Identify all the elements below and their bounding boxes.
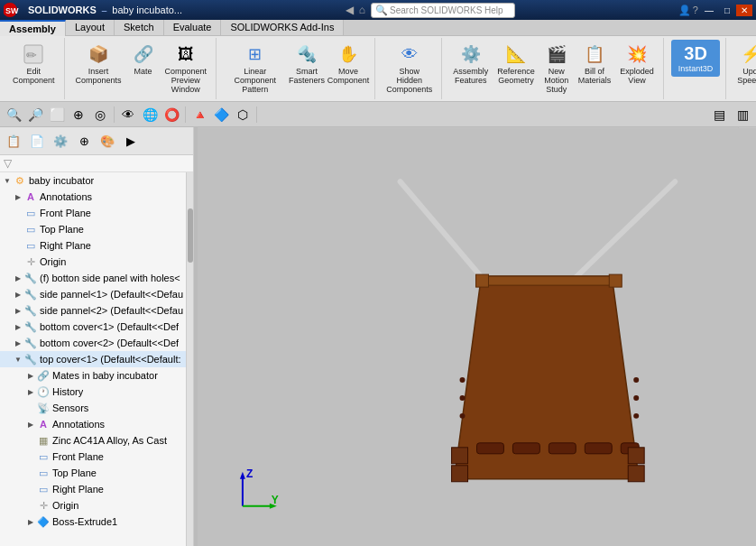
apply-scene-icon[interactable]: 🔺	[189, 105, 209, 125]
tree-mates-expand[interactable]: ▶	[25, 370, 36, 381]
svg-rect-16	[628, 466, 644, 482]
scrollbar-thumb[interactable]	[188, 208, 193, 263]
tree-bottom-cover1[interactable]: ▶ 🔧 bottom cover<1> (Default<<Def	[0, 319, 186, 335]
property-manager-btn[interactable]: 📄	[26, 130, 48, 152]
tree-side-panel2[interactable]: ▶ 🔧 side pannel<2> (Default<<Defau	[0, 302, 186, 319]
tree-front-plane[interactable]: ▭ Front Plane	[0, 205, 186, 221]
edit-component-icon: ✏	[21, 42, 46, 67]
move-component-btn[interactable]: ✋ MoveComponent	[327, 40, 370, 96]
edit-component-btn[interactable]: ✏ EditComponent	[9, 40, 59, 87]
maximize-button[interactable]: □	[720, 5, 734, 16]
home-icon[interactable]: ⌂	[359, 4, 365, 16]
new-motion-study-btn[interactable]: 🎬 NewMotionStudy	[540, 40, 573, 96]
tree-history-expand[interactable]: ▶	[25, 386, 36, 397]
question-icon[interactable]: ?	[693, 5, 698, 15]
viewport-minimize-icon[interactable]: ▤	[709, 105, 729, 125]
dim-expert-btn[interactable]: ⊕	[73, 130, 95, 152]
tree-right-plane[interactable]: ▭ Right Plane	[0, 237, 186, 254]
bill-of-materials-btn[interactable]: 📋 Bill ofMaterials	[575, 40, 615, 96]
tree-root-icon: ⚙	[13, 173, 27, 188]
tree-history[interactable]: ▶ 🕐 History	[0, 384, 186, 400]
tree-zinc-material[interactable]: ▦ Zinc AC41A Alloy, As Cast	[0, 432, 186, 449]
tree-top-cover1-expand[interactable]: ▼	[13, 354, 23, 365]
tree-sub-annotations[interactable]: ▶ A Annotations	[0, 416, 186, 432]
tree-sub-right-plane-icon: ▭	[36, 482, 51, 496]
instant3d-btn[interactable]: 3D Instant3D	[671, 40, 721, 77]
viewport-split-icon[interactable]: ▥	[733, 105, 752, 125]
tab-evaluate[interactable]: Evaluate	[164, 20, 222, 35]
svg-point-23	[633, 377, 639, 383]
tree-bottom-side-expand[interactable]: ▶	[13, 273, 23, 283]
tree-top-plane-label: Top Plane	[40, 224, 84, 235]
display-style-icon[interactable]: 🌐	[140, 105, 160, 125]
view-setting-icon[interactable]: 🔷	[211, 105, 231, 125]
tree-annotations-expand[interactable]: ▶	[13, 191, 23, 202]
panel-expand-btn[interactable]: ▶	[120, 130, 142, 152]
tree-side-panel1-expand[interactable]: ▶	[13, 289, 23, 300]
tree-side-panel2-expand[interactable]: ▶	[13, 305, 23, 316]
tab-assembly[interactable]: Assembly	[0, 20, 66, 36]
svg-rect-15	[452, 448, 468, 464]
hide-show-icon[interactable]: 👁	[118, 105, 138, 125]
tree-sub-front-plane[interactable]: ▭ Front Plane	[0, 449, 186, 465]
mate-btn[interactable]: 🔗 Mate	[127, 40, 160, 96]
tab-layout[interactable]: Layout	[66, 20, 115, 35]
section-view-icon[interactable]: ◎	[90, 105, 110, 125]
close-button[interactable]: ✕	[736, 5, 752, 16]
tree-root[interactable]: ▼ ⚙ baby incubator	[0, 172, 186, 189]
zoom-box-icon[interactable]: ⬜	[47, 105, 67, 125]
linear-pattern-btn[interactable]: ⊞ Linear ComponentPattern	[224, 40, 286, 96]
tree-boss-extrude1[interactable]: ▶ 🔷 Boss-Extrude1	[0, 514, 186, 530]
tab-addins[interactable]: SOLIDWORKS Add-Ins	[221, 20, 344, 35]
search-bar[interactable]: 🔍 Search SOLIDWORKS Help	[371, 3, 515, 18]
insert-components-icon: 📦	[86, 42, 111, 67]
tree-root-expand[interactable]: ▼	[2, 175, 13, 186]
edit-appearance-icon[interactable]: ⭕	[161, 105, 181, 125]
zoom-fit-icon[interactable]: 🔍	[4, 105, 23, 125]
tree-side-panel1[interactable]: ▶ 🔧 side pannel<1> (Default<<Defau	[0, 286, 186, 302]
component-preview-icon: 🖼	[173, 42, 198, 67]
tree-sub-right-plane[interactable]: ▭ Right Plane	[0, 481, 186, 497]
tree-sensors[interactable]: 📡 Sensors	[0, 400, 186, 416]
tree-bottom-cover2-expand[interactable]: ▶	[13, 338, 23, 348]
tree-top-plane[interactable]: ▭ Top Plane	[0, 221, 186, 237]
user-icon[interactable]: 👤	[678, 5, 691, 16]
assembly-features-btn[interactable]: ⚙️ AssemblyFeatures	[449, 40, 492, 96]
config-manager-btn[interactable]: ⚙️	[50, 130, 71, 152]
update-speed-btn[interactable]: ⚡ UpdSpee...	[733, 40, 756, 87]
zoom-in-icon[interactable]: 🔎	[25, 105, 45, 125]
display-manager-btn[interactable]: 🎨	[97, 130, 118, 152]
tree-origin[interactable]: ✛ Origin	[0, 254, 186, 270]
tree-sub-origin[interactable]: ✛ Origin	[0, 497, 186, 514]
tab-sketch[interactable]: Sketch	[115, 20, 164, 35]
nav-arrow-icon[interactable]: ◀	[346, 4, 354, 16]
render-icon[interactable]: ⬡	[233, 105, 253, 125]
tree-bottom-cover2[interactable]: ▶ 🔧 bottom cover<2> (Default<<Def	[0, 335, 186, 351]
tree-boss-extrude1-expand[interactable]: ▶	[25, 516, 36, 527]
svg-text:SW: SW	[5, 6, 19, 15]
view-orient-icon[interactable]: ⊕	[69, 105, 88, 125]
component-preview-btn[interactable]: 🖼 ComponentPreviewWindow	[161, 40, 211, 96]
tree-annotations-icon: A	[23, 190, 38, 204]
tree-top-cover1[interactable]: ▼ 🔧 top cover<1> (Default<<Default:	[0, 351, 186, 367]
tree-bottom-cover2-icon: 🔧	[23, 336, 38, 350]
exploded-view-btn[interactable]: 💥 ExplodedView	[616, 40, 658, 96]
insert-components-btn[interactable]: 📦 InsertComponents	[72, 40, 125, 96]
svg-rect-14	[452, 466, 468, 482]
reference-geometry-btn[interactable]: 📐 ReferenceGeometry	[493, 40, 539, 96]
panel-scrollbar[interactable]	[186, 172, 193, 546]
feature-manager-btn[interactable]: 📋	[3, 130, 24, 152]
smart-fasteners-btn[interactable]: 🔩 SmartFasteners	[288, 40, 325, 96]
svg-text:Y: Y	[272, 494, 279, 506]
tree-mates-baby[interactable]: ▶ 🔗 Mates in baby incubator	[0, 367, 186, 384]
tree-bottom-side-panel[interactable]: ▶ 🔧 (f) botton side panel with holes<	[0, 270, 186, 286]
tree-right-plane-expand	[13, 240, 23, 251]
tree-sub-annotations-expand[interactable]: ▶	[25, 419, 36, 430]
minimize-button[interactable]: —	[700, 5, 718, 16]
pattern-group: ⊞ Linear ComponentPattern 🔩 SmartFastene…	[218, 38, 375, 99]
tree-sub-top-plane[interactable]: ▭ Top Plane	[0, 465, 186, 481]
tree-annotations[interactable]: ▶ A Annotations	[0, 189, 186, 205]
viewport[interactable]: Motion Study	[198, 127, 756, 546]
tree-bottom-cover1-expand[interactable]: ▶	[13, 321, 23, 332]
show-hidden-btn[interactable]: 👁 ShowHiddenComponents	[383, 40, 436, 96]
